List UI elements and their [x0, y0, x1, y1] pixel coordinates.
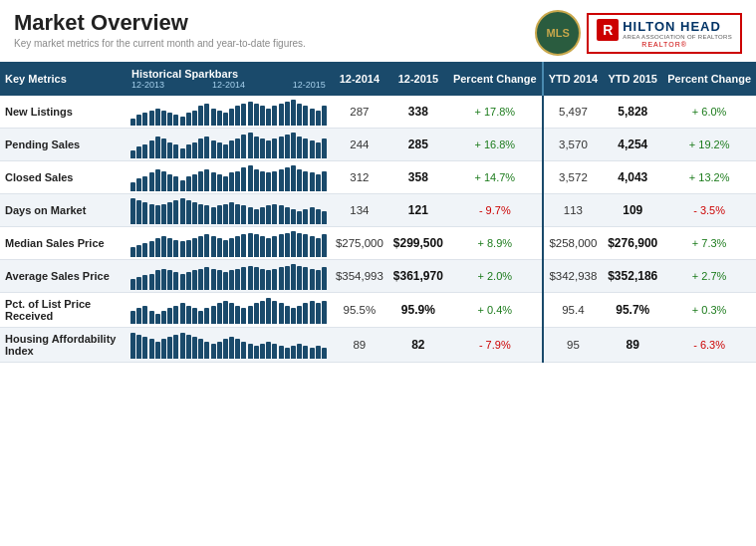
bar: [316, 209, 321, 224]
bar: [217, 270, 222, 290]
bar: [248, 102, 253, 126]
bar: [136, 200, 141, 224]
bar: [254, 234, 259, 257]
bar: [149, 204, 154, 224]
bar: [204, 104, 209, 126]
ytd-2014: $342,938: [543, 260, 604, 293]
ytd-2014: 3,570: [543, 129, 604, 161]
bar: [173, 144, 178, 158]
bar: [186, 306, 191, 324]
col-header-ytd-pct: Percent Change: [662, 62, 756, 96]
metric-name: Median Sales Price: [0, 227, 126, 260]
bar: [310, 236, 315, 257]
bar: [223, 204, 228, 224]
bar: [211, 172, 216, 191]
bar: [161, 339, 166, 359]
sparkbar-chart: [130, 98, 327, 126]
bar: [173, 176, 178, 191]
bar: [235, 269, 240, 290]
bar: [235, 339, 240, 359]
bar: [235, 171, 240, 191]
bar: [192, 238, 197, 257]
col-header-2015: 12-2015: [388, 62, 448, 96]
bar: [285, 233, 290, 257]
bar: [211, 269, 216, 290]
bar: [297, 104, 302, 126]
ytd-2015: 95.7%: [603, 293, 662, 328]
bar: [272, 138, 277, 158]
bar: [303, 138, 308, 158]
bar: [260, 344, 265, 359]
bar: [223, 301, 228, 324]
pct-change: + 14.7%: [448, 161, 543, 194]
bar: [260, 269, 265, 290]
bar: [167, 142, 172, 158]
bar: [149, 274, 154, 290]
bar: [136, 115, 141, 126]
bar: [167, 174, 172, 191]
bar: [180, 198, 185, 224]
bar: [291, 100, 296, 126]
value-2015: 121: [388, 194, 448, 227]
bar: [173, 115, 178, 126]
bar: [223, 240, 228, 257]
col-header-sparkbars: Historical Sparkbars 12-2013 12-2014 12-…: [126, 62, 331, 96]
ytd-pct-change: + 0.3%: [662, 293, 756, 328]
bar: [272, 106, 277, 126]
bar: [291, 308, 296, 324]
bar: [142, 144, 147, 158]
bar: [229, 303, 234, 324]
col-header-2014: 12-2014: [331, 62, 388, 96]
bar: [260, 301, 265, 324]
ytd-2015: 5,828: [603, 96, 662, 129]
col-header-ytd2015: YTD 2015: [603, 62, 662, 96]
bar: [167, 113, 172, 126]
bar: [130, 182, 135, 191]
bar: [204, 234, 209, 257]
bar: [198, 138, 203, 158]
bar: [142, 176, 147, 191]
ytd-2014: 113: [543, 194, 604, 227]
page-container: Market Overview Key market metrics for t…: [0, 0, 756, 363]
sparkbar-cell: [126, 260, 331, 293]
page-subtitle: Key market metrics for the current month…: [14, 38, 306, 49]
bar: [217, 174, 222, 191]
bar: [142, 243, 147, 257]
bar: [142, 113, 147, 126]
sparkbar-chart: [130, 296, 327, 324]
bar: [316, 111, 321, 126]
bar: [173, 335, 178, 359]
bar: [297, 136, 302, 158]
bar: [155, 342, 160, 359]
bar: [142, 337, 147, 359]
col-header-ytd2014: YTD 2014: [543, 62, 604, 96]
ytd-2015: 4,254: [603, 129, 662, 161]
bar: [142, 306, 147, 324]
bar: [217, 142, 222, 158]
bar: [260, 106, 265, 126]
table-row: Median Sales Price$275,000$299,500+ 8.9%…: [0, 227, 756, 260]
bar: [186, 200, 191, 224]
bar: [211, 236, 216, 257]
bar: [303, 267, 308, 290]
bar: [229, 270, 234, 290]
table-row: Pct. of List Price Received95.5%95.9%+ 0…: [0, 293, 756, 328]
bar: [291, 346, 296, 359]
bar: [279, 267, 284, 290]
bar: [198, 106, 203, 126]
bar: [310, 348, 315, 359]
value-2014: 312: [331, 161, 388, 194]
ytd-pct-change: - 6.3%: [662, 328, 756, 363]
bar: [204, 205, 209, 224]
bar: [180, 241, 185, 257]
value-2014: 89: [331, 328, 388, 363]
bar: [310, 140, 315, 158]
bar: [266, 270, 271, 290]
ytd-pct-change: + 7.3%: [662, 227, 756, 260]
ytd-2014: 95: [543, 328, 604, 363]
bar: [186, 113, 191, 126]
bar: [322, 234, 327, 257]
table-row: New Listings287338+ 17.8%5,4975,828+ 6.0…: [0, 96, 756, 129]
mls-logo: MLS: [535, 10, 581, 56]
table-row: Pending Sales244285+ 16.8%3,5704,254+ 19…: [0, 129, 756, 161]
